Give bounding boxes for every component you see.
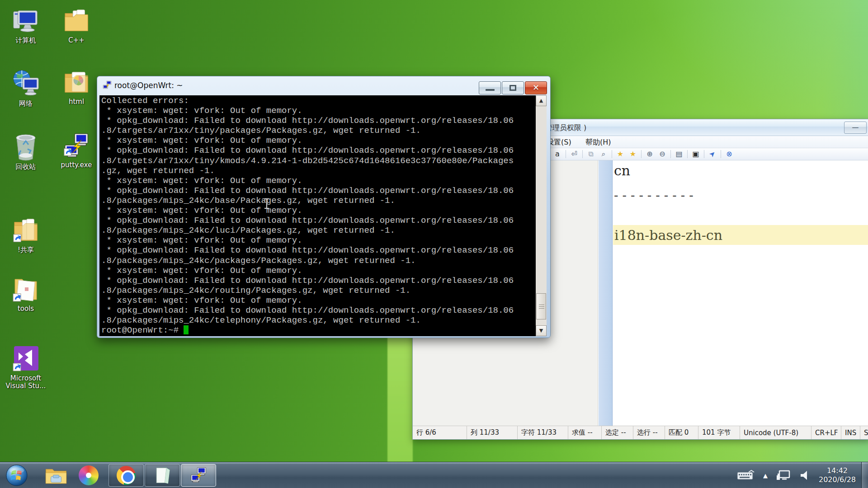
pin-icon[interactable]: ➤	[705, 146, 720, 162]
status-matches: 匹配 0	[665, 426, 698, 439]
favorites-icon[interactable]: ★	[614, 149, 626, 159]
status-column: 列 11/33	[467, 426, 518, 439]
taskbar: ▲ 14:42 2020/6/28	[0, 462, 868, 488]
taskbar-explorer-button[interactable]	[42, 464, 71, 487]
editor-statusbar: 行 6/6 列 11/33 字符 11/33 求值 -- 选定 -- 选行 --…	[413, 426, 868, 439]
toolbar-separator	[704, 150, 704, 158]
terminal-line: * opkg_download: Failed to download http…	[101, 116, 537, 126]
status-std: STD	[860, 426, 868, 439]
taskbar-chrome-button[interactable]	[108, 464, 144, 487]
toolbar-separator	[687, 150, 688, 158]
taskbar-editor-button[interactable]	[145, 464, 180, 487]
desktop-icon-label: tools	[2, 305, 50, 313]
putty-window-title: root@OpenWrt: ~	[114, 81, 183, 90]
terminal-output[interactable]: Collected errors: * xsystem: wget: vfork…	[99, 95, 537, 336]
pinwheel-browser-icon	[79, 465, 99, 485]
terminal-line: .8/packages/mips_24kc/telephony/Packages…	[101, 315, 537, 325]
toolbar-separator	[641, 150, 642, 158]
desktop-icon-recycle-bin[interactable]: 回收站	[2, 132, 50, 171]
chrome-icon	[117, 466, 136, 485]
folder-html-icon	[62, 69, 90, 97]
toolbar-separator	[721, 150, 721, 158]
network-tray-icon[interactable]	[776, 469, 791, 482]
terminal-line: * xsystem: wget: vfork: Out of memory.	[101, 266, 537, 276]
scrollbar-grip	[539, 305, 544, 305]
terminal-line: .8/packages/mips_24kc/routing/Packages.g…	[101, 286, 537, 296]
desktop-icon-computer[interactable]: 计算机	[2, 7, 50, 44]
putty-minimize-button[interactable]	[479, 81, 501, 94]
desktop-icon-share-folder[interactable]: !共享	[2, 217, 50, 254]
console-icon[interactable]: ▣	[690, 149, 702, 159]
status-char: 字符 11/33	[518, 426, 568, 439]
terminal-line: .8/packages/mips_24kc/luci/Packages.gz, …	[101, 225, 537, 235]
zoom-out-icon[interactable]: ⊖	[656, 149, 668, 159]
close-document-icon[interactable]: ⊗	[723, 149, 735, 159]
desktop: 计算机 C++ 网络	[0, 0, 868, 488]
outline-icon[interactable]: ▤	[673, 149, 685, 159]
taskbar-clock[interactable]: 14:42 2020/6/28	[819, 466, 856, 484]
taskbar-putty-button[interactable]	[181, 464, 216, 487]
putty-window[interactable]: root@OpenWrt: ~ ✕ Collected errors: * xs…	[97, 76, 551, 338]
document-highlight-text: i18n-base-zh-cn	[614, 227, 722, 243]
word-wrap-icon[interactable]: ⏎	[568, 149, 580, 159]
terminal-line: * opkg_download: Failed to download http…	[101, 186, 537, 196]
document-line-1: cn	[614, 163, 630, 178]
desktop-icon-html-folder[interactable]: html	[52, 69, 100, 106]
desktop-icon-label: Microsoft Visual Stu...	[3, 375, 48, 390]
scrollbar-thumb[interactable]	[536, 293, 546, 319]
close-icon: ✕	[525, 83, 547, 92]
terminal-line: * opkg_download: Failed to download http…	[101, 276, 537, 286]
terminal-prompt: root@OpenWrt:~#	[101, 325, 184, 335]
terminal-line: * xsystem: wget: vfork: Out of memory.	[101, 136, 537, 145]
current-line-highlight: i18n-base-zh-cn	[613, 225, 868, 245]
toolbar-separator	[582, 150, 583, 158]
status-line-ending: CR+LF	[811, 426, 841, 439]
text-editor-icon	[152, 465, 172, 485]
terminal-line: .8/targets/ar71xx/tiny/packages/Packages…	[101, 126, 537, 136]
add-favorite-icon[interactable]: ★	[627, 149, 639, 159]
scroll-up-icon[interactable]: ▲	[536, 95, 547, 106]
desktop-icon-label: html	[52, 98, 100, 106]
input-method-keyboard-icon[interactable]	[737, 470, 755, 481]
toolbar-separator	[670, 150, 671, 158]
status-insert-mode: INS	[841, 426, 860, 439]
duplicate-icon[interactable]: ⧉	[585, 149, 597, 159]
show-desktop-button[interactable]	[861, 462, 868, 488]
desktop-icon-network[interactable]: 网络	[2, 69, 50, 108]
terminal-scrollbar[interactable]: ▲ ▼	[536, 95, 547, 336]
editor-minimize-button[interactable]: —	[844, 122, 867, 134]
editor-text-area[interactable]: cn ---------- i18n-base-zh-cn	[613, 160, 868, 426]
terminal-line: Collected errors:	[101, 96, 537, 106]
taskbar-browser-pinwheel-button[interactable]	[75, 464, 102, 487]
computer-icon	[12, 7, 40, 35]
toolbar-separator	[612, 150, 612, 158]
folder-shortcut-icon	[11, 275, 40, 304]
document-line-dashes: ----------	[614, 188, 698, 202]
desktop-icon-label: C++	[52, 37, 100, 44]
toolbar-separator	[566, 150, 566, 158]
visual-studio-icon	[11, 344, 40, 373]
desktop-icon-cpp-folder[interactable]: C++	[52, 7, 100, 44]
volume-tray-icon[interactable]	[799, 469, 811, 481]
explorer-folder-icon	[44, 465, 68, 485]
terminal-line: .gz, wget returned -1.	[101, 166, 537, 176]
status-selected-lines: 选行 --	[633, 426, 665, 439]
scroll-down-icon[interactable]: ▼	[536, 325, 547, 336]
find-icon[interactable]: ⌕	[598, 149, 609, 159]
terminal-line: * xsystem: wget: vfork: Out of memory.	[101, 106, 537, 116]
putty-close-button[interactable]: ✕	[525, 81, 547, 94]
windows-start-icon	[5, 464, 28, 487]
start-button[interactable]	[4, 464, 30, 487]
zoom-in-icon[interactable]: ⊕	[644, 149, 656, 159]
terminal-line: * xsystem: wget: vfork: Out of memory.	[101, 176, 537, 186]
show-hidden-icons-button[interactable]: ▲	[763, 472, 768, 479]
desktop-icon-tools-folder[interactable]: tools	[2, 275, 50, 313]
putty-titlebar[interactable]: root@OpenWrt: ~ ✕	[97, 76, 550, 95]
desktop-icon-putty[interactable]: putty.exe	[52, 132, 100, 169]
putty-maximize-button[interactable]	[502, 81, 524, 94]
menu-help[interactable]: 帮助(H)	[585, 138, 611, 147]
status-encoding: Unicode (UTF-8)	[740, 426, 811, 439]
status-eval: 求值 --	[568, 426, 602, 439]
desktop-icon-visual-studio[interactable]: Microsoft Visual Stu...	[2, 344, 50, 390]
font-icon[interactable]: a	[552, 149, 563, 159]
